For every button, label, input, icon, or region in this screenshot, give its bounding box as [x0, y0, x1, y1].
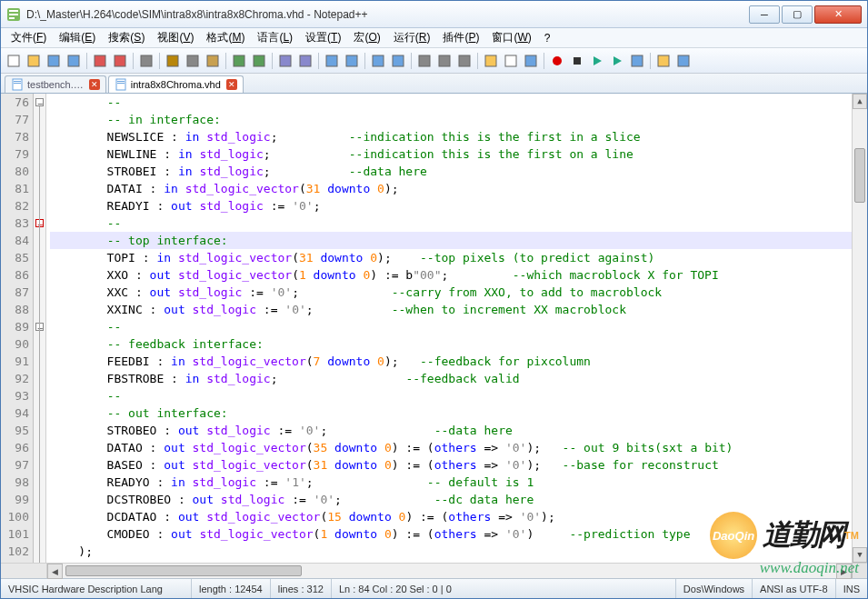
- minimize-button[interactable]: ─: [749, 5, 780, 24]
- svg-rect-31: [658, 55, 669, 66]
- code-line[interactable]: DCSTROBEO : out std_logic := '0'; --dc d…: [50, 491, 852, 508]
- code-line[interactable]: CMODEO : out std_logic_vector(1 downto 0…: [50, 525, 852, 543]
- menu-plugins[interactable]: 插件(P): [436, 28, 485, 47]
- copy-button[interactable]: [184, 52, 202, 70]
- code-line[interactable]: -- top interface:: [50, 232, 852, 249]
- svg-rect-29: [574, 57, 581, 65]
- menu-format[interactable]: 格式(M): [200, 28, 251, 47]
- folder-button[interactable]: [482, 52, 500, 70]
- vertical-scrollbar[interactable]: ▲ ▼: [852, 94, 867, 563]
- toolbar-separator: [544, 53, 544, 69]
- scroll-thumb[interactable]: [854, 148, 865, 203]
- code-line[interactable]: XXO : out std_logic_vector(1 downto 0) :…: [50, 266, 852, 284]
- titlebar[interactable]: D:\_Master\H.264\code\SIM\intra8x8\intra…: [1, 1, 867, 28]
- new-file-button[interactable]: [5, 52, 23, 70]
- save-button[interactable]: [45, 52, 63, 70]
- menu-edit[interactable]: 编辑(E): [53, 28, 102, 47]
- fast-save-button[interactable]: [628, 52, 646, 70]
- scroll-right-arrow[interactable]: ▶: [836, 564, 852, 579]
- code-line[interactable]: --: [50, 318, 852, 335]
- tabbar: testbench.…✕intra8x8Chroma.vhd✕: [1, 74, 867, 94]
- toolbar-separator: [364, 53, 365, 69]
- maximize-button[interactable]: ▢: [782, 5, 813, 24]
- close-button[interactable]: ✕: [814, 5, 862, 24]
- code-line[interactable]: BASEO : out std_logic_vector(31 downto 0…: [50, 456, 852, 474]
- menu-help[interactable]: ?: [538, 30, 557, 46]
- code-line[interactable]: READYO : in std_logic := '1'; -- default…: [50, 474, 852, 491]
- menu-file[interactable]: 文件(F): [5, 28, 53, 47]
- svg-rect-33: [13, 79, 22, 90]
- sync-h-button[interactable]: [389, 52, 407, 70]
- code-line[interactable]: --: [50, 94, 852, 111]
- find-button[interactable]: [276, 52, 294, 70]
- scroll-down-arrow[interactable]: ▼: [853, 547, 867, 563]
- all-chars-button[interactable]: [435, 52, 454, 70]
- undo-button[interactable]: [230, 52, 248, 70]
- tab-close-icon[interactable]: ✕: [226, 79, 237, 90]
- menu-settings[interactable]: 设置(T): [299, 28, 347, 47]
- code-line[interactable]: DATAO : out std_logic_vector(35 downto 0…: [50, 439, 852, 456]
- fold-margin[interactable]: [34, 94, 46, 563]
- spell-button[interactable]: [674, 52, 693, 70]
- scroll-up-arrow[interactable]: ▲: [853, 94, 867, 109]
- code-line[interactable]: --: [50, 387, 852, 404]
- code-line[interactable]: end intra8x8Chroma;: [50, 560, 852, 563]
- zoom-in-button[interactable]: [323, 52, 341, 70]
- menu-run[interactable]: 运行(R): [387, 28, 437, 47]
- code-line[interactable]: STROBEO : out std_logic := '0'; --data h…: [50, 422, 852, 439]
- save-all-button[interactable]: [65, 52, 83, 70]
- monitor-button[interactable]: [654, 52, 673, 70]
- paste-button[interactable]: [204, 52, 222, 70]
- close-all-button[interactable]: [111, 52, 129, 70]
- print-button[interactable]: [137, 52, 155, 70]
- code-line[interactable]: DCDATAO : out std_logic_vector(15 downto…: [50, 508, 852, 525]
- code-line[interactable]: --: [50, 215, 852, 232]
- code-line[interactable]: );: [50, 543, 852, 560]
- indent-button[interactable]: [455, 52, 474, 70]
- scroll-left-arrow[interactable]: ◀: [47, 564, 63, 579]
- code-line[interactable]: XXC : out std_logic := '0'; --carry from…: [50, 284, 852, 301]
- code-line[interactable]: DATAI : in std_logic_vector(31 downto 0)…: [50, 180, 852, 197]
- fold-toggle-icon[interactable]: [35, 98, 44, 106]
- code-line[interactable]: -- feedback interface:: [50, 335, 852, 353]
- redo-button[interactable]: [250, 52, 268, 70]
- zoom-out-button[interactable]: [343, 52, 361, 70]
- replace-button[interactable]: [296, 52, 314, 70]
- tab-1[interactable]: intra8x8Chroma.vhd✕: [108, 75, 244, 93]
- play-multi-button[interactable]: [608, 52, 626, 70]
- open-file-button[interactable]: [25, 52, 43, 70]
- code-line[interactable]: -- out interface:: [50, 404, 852, 422]
- tab-close-icon[interactable]: ✕: [89, 79, 100, 90]
- menu-view[interactable]: 视图(V): [151, 28, 200, 47]
- code-line[interactable]: TOPI : in std_logic_vector(31 downto 0);…: [50, 249, 852, 266]
- menu-search[interactable]: 搜索(S): [102, 28, 151, 47]
- line-number: 101: [1, 525, 29, 543]
- code-line[interactable]: -- in interface:: [50, 111, 852, 128]
- horizontal-scrollbar[interactable]: ◀ ▶: [46, 564, 852, 578]
- record-button[interactable]: [548, 52, 566, 70]
- cut-button[interactable]: [164, 52, 182, 70]
- sync-v-button[interactable]: [369, 52, 387, 70]
- code-area[interactable]: -- -- in interface: NEWSLICE : in std_lo…: [46, 94, 852, 563]
- toolbar-separator: [159, 53, 160, 69]
- code-line[interactable]: FEEDBI : in std_logic_vector(7 downto 0)…: [50, 353, 852, 370]
- code-line[interactable]: FBSTROBE : in std_logic; --feedback vali…: [50, 370, 852, 387]
- tab-0[interactable]: testbench.…✕: [5, 75, 106, 93]
- doc-map-button[interactable]: [502, 52, 520, 70]
- code-line[interactable]: NEWLINE : in std_logic; --indication thi…: [50, 145, 852, 163]
- menu-language[interactable]: 语言(L): [251, 28, 299, 47]
- play-button[interactable]: [588, 52, 606, 70]
- code-line[interactable]: STROBEI : in std_logic; --data here: [50, 163, 852, 180]
- svg-rect-19: [346, 55, 357, 66]
- code-line[interactable]: READYI : out std_logic := '0';: [50, 197, 852, 215]
- stop-button[interactable]: [568, 52, 586, 70]
- menu-macro[interactable]: 宏(O): [347, 28, 386, 47]
- code-line[interactable]: NEWSLICE : in std_logic; --indication th…: [50, 128, 852, 145]
- code-line[interactable]: XXINC : out std_logic := '0'; --when to …: [50, 301, 852, 318]
- hscroll-thumb[interactable]: [65, 565, 302, 576]
- wrap-button[interactable]: [415, 52, 434, 70]
- menu-window[interactable]: 窗口(W): [485, 28, 537, 47]
- function-list-button[interactable]: [522, 52, 540, 70]
- svg-rect-37: [117, 81, 125, 82]
- close-button[interactable]: [91, 52, 109, 70]
